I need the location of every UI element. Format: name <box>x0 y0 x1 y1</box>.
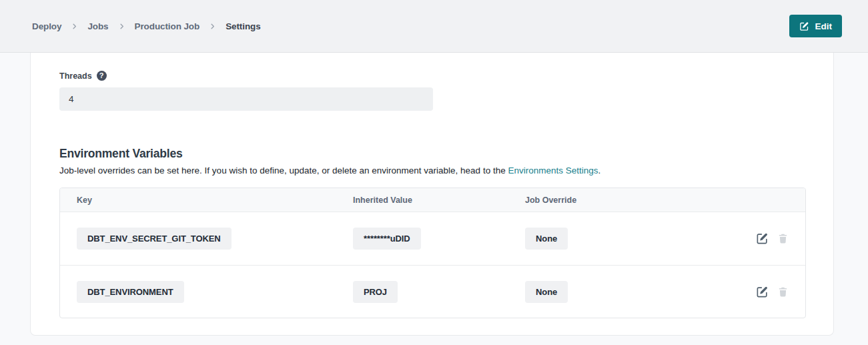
trash-icon[interactable] <box>777 286 789 298</box>
env-var-key-chip: DBT_ENVIRONMENT <box>77 281 184 303</box>
pen-square-icon <box>799 21 809 31</box>
env-vars-description: Job-level overrides can be set here. If … <box>59 165 833 176</box>
top-bar: Deploy Jobs Production Job Settings Edit <box>0 0 868 53</box>
description-period: . <box>598 165 601 176</box>
pen-square-icon[interactable] <box>756 286 769 298</box>
column-header-job-override: Job Override <box>525 196 742 205</box>
table-row: DBT_ENVIRONMENT PROJ None <box>60 265 805 318</box>
chevron-right-icon <box>71 23 78 30</box>
env-var-job-override-chip: None <box>525 228 568 250</box>
table-header-row: Key Inherited Value Job Override <box>60 188 805 212</box>
env-vars-table: Key Inherited Value Job Override DBT_ENV… <box>59 188 806 318</box>
env-var-key-chip: DBT_ENV_SECRET_GIT_TOKEN <box>77 228 232 250</box>
breadcrumb-item-settings[interactable]: Settings <box>226 21 260 31</box>
threads-input[interactable] <box>59 87 433 111</box>
breadcrumb-item-production-job[interactable]: Production Job <box>135 21 200 31</box>
description-text: Job-level overrides can be set here. If … <box>59 165 508 176</box>
chevron-right-icon <box>118 23 125 30</box>
env-var-inherited-value-chip: PROJ <box>353 281 398 303</box>
env-vars-title: Environment Variables <box>59 147 833 161</box>
column-header-inherited-value: Inherited Value <box>353 196 525 205</box>
pen-square-icon[interactable] <box>756 232 769 245</box>
threads-label: Threads <box>59 71 92 81</box>
env-var-job-override-chip: None <box>525 281 568 303</box>
env-var-inherited-value-chip: ********uDID <box>353 228 421 250</box>
column-header-key: Key <box>77 196 353 205</box>
breadcrumb-item-deploy[interactable]: Deploy <box>32 21 61 31</box>
settings-panel: Threads ? Environment Variables Job-leve… <box>30 53 834 336</box>
breadcrumb-item-jobs[interactable]: Jobs <box>87 21 108 31</box>
edit-button-label: Edit <box>815 21 833 31</box>
edit-button[interactable]: Edit <box>789 15 843 37</box>
trash-icon[interactable] <box>777 233 789 244</box>
question-circle-icon[interactable]: ? <box>97 71 107 81</box>
breadcrumb: Deploy Jobs Production Job Settings <box>32 21 261 31</box>
table-row: DBT_ENV_SECRET_GIT_TOKEN ********uDID No… <box>60 212 805 265</box>
environments-settings-link[interactable]: Environments Settings <box>508 165 598 176</box>
chevron-right-icon <box>209 23 216 30</box>
